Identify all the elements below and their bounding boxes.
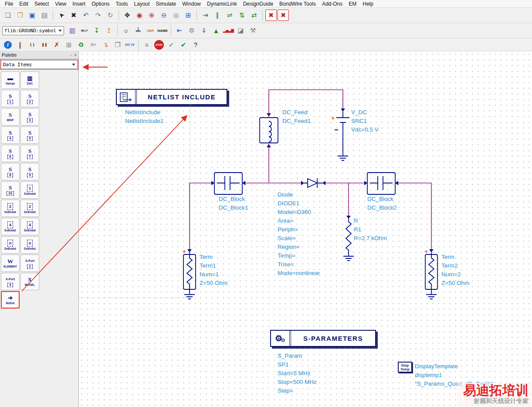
s-param-label[interactable]: S_Param SP1 Start=5 MHz Stop=500 MHz Ste… <box>278 352 317 395</box>
palette-item-deembed4b[interactable]: 4DeEmbd <box>20 218 39 235</box>
settings-gear-icon[interactable]: ⚙ <box>186 25 197 36</box>
new-file-icon[interactable]: ❏ <box>2 10 14 21</box>
check-design-icon[interactable]: ✓ <box>166 39 177 51</box>
palette-toggle-icon[interactable]: ↥ <box>103 25 115 36</box>
term1-label[interactable]: Term Term1 Num=1 Z=50 Ohm <box>200 253 227 288</box>
insert-wire-icon[interactable]: ⇥ <box>200 10 211 21</box>
menu-window[interactable]: Window <box>179 1 204 7</box>
dc-feed-label[interactable]: DC_Feed DC_Feed1 <box>282 108 311 125</box>
port-symbol-icon[interactable]: ○ <box>120 25 132 36</box>
delete-icon[interactable]: ✖ <box>68 10 79 21</box>
port-multi-icon[interactable]: ❚❚ <box>39 39 50 51</box>
delete-item-icon[interactable]: ✗ <box>51 39 62 51</box>
s-parameters-block[interactable]: ⚙ ⚙ S-PARAMETERS <box>270 330 376 347</box>
menu-layout[interactable]: Layout <box>131 1 153 7</box>
netlist-include-block[interactable]: NETLIST INCLUDE <box>116 89 227 105</box>
zoom-in-icon[interactable]: ⊕ <box>146 10 157 21</box>
probe-icon[interactable]: ✄ <box>88 39 99 51</box>
menu-select[interactable]: Select <box>31 1 52 7</box>
menu-edit[interactable]: Edit <box>16 1 31 7</box>
deactivate-icon[interactable]: ✖ <box>265 10 277 21</box>
simulate-icon[interactable]: ▲ <box>210 25 222 36</box>
push-hierarchy-icon[interactable]: ↴ <box>100 39 111 51</box>
wire-label-icon[interactable]: NAME <box>157 25 168 36</box>
port-1-icon[interactable]: ❙ <box>14 39 26 51</box>
palette-item-deembed4a[interactable]: 4DeEmbd <box>1 218 20 235</box>
menu-em[interactable]: EM <box>346 1 359 7</box>
palette-item-s4[interactable]: S4 <box>1 126 20 144</box>
palette-item-s7[interactable]: S7 <box>20 145 39 162</box>
palette-item-deembed1[interactable]: 1DeEmbd <box>20 181 39 199</box>
insert-pin-icon[interactable]: ∥ <box>212 10 223 21</box>
package-icon[interactable]: ⊞ <box>63 39 75 51</box>
save-icon[interactable]: ▣ <box>27 10 38 21</box>
zoom-area-icon[interactable]: ◉ <box>134 10 145 21</box>
move-icon[interactable]: ✥ <box>122 10 133 21</box>
palette-item-s6[interactable]: S6 <box>1 145 20 162</box>
zoom-fit-icon[interactable]: ⊞ <box>183 10 194 21</box>
menu-addons[interactable]: Add-Ons <box>319 1 346 7</box>
ground-symbol-icon[interactable]: ╧ <box>132 25 144 36</box>
menu-options[interactable]: Options <box>88 1 112 7</box>
palette-item-dac[interactable]: ▥DAC <box>20 71 39 89</box>
netlist-doc-icon[interactable]: ≡ <box>141 39 152 51</box>
term2-label[interactable]: Term Term2 Num=2 Z=50 Ohm <box>441 253 469 288</box>
palette-item-s1[interactable]: S1 <box>1 90 20 107</box>
wire-route-icon[interactable]: ⇌ <box>224 10 235 21</box>
netlist-include-label[interactable]: NetlistInclude NetlistInclude1 <box>125 108 164 125</box>
palette-item-s2p-mdif[interactable]: SMDIF <box>1 108 20 125</box>
library-browser-icon[interactable]: ▥ <box>67 25 78 36</box>
var-icon[interactable]: VAR <box>145 25 156 36</box>
menu-bondwire-tools[interactable]: BondWire Tools <box>276 1 319 7</box>
palette-item-deembedna[interactable]: nDeEmbd <box>1 236 20 254</box>
zoom-prev-icon[interactable]: ◎ <box>170 10 182 21</box>
pin-icon[interactable]: ⇤ <box>174 25 185 36</box>
data-display-icon[interactable]: ◪ <box>235 25 247 36</box>
info-icon[interactable]: i <box>2 39 14 51</box>
resistor-label[interactable]: R R1 R=2.7 kOhm <box>354 217 387 243</box>
palette-item-s9[interactable]: S9 <box>20 163 39 180</box>
open-folder-icon[interactable]: ❐ <box>14 10 26 21</box>
palette-category-dropdown[interactable]: Data Items <box>1 60 78 69</box>
menu-help[interactable]: Help <box>359 1 376 7</box>
print-icon[interactable]: ▤ <box>39 10 50 21</box>
menu-dynamiclink[interactable]: DynamicLink <box>204 1 240 7</box>
palette-item-vareqn[interactable]: ▬Vareqn <box>1 71 20 89</box>
dc-iv-icon[interactable]: DC IV <box>124 39 136 51</box>
palette-item-netlist[interactable]: ➔Netlist <box>1 291 20 309</box>
spectrum-icon[interactable]: ▂▅▃▇ <box>223 25 234 36</box>
undo-icon[interactable]: ↶ <box>80 10 91 21</box>
menu-designguide[interactable]: DesignGuide <box>240 1 276 7</box>
palette-item-deembed2a[interactable]: 2DeEmbd <box>1 200 20 217</box>
dc-block2-label[interactable]: DC_Block DC_Block2 <box>367 195 397 212</box>
palette-item-xport3[interactable]: X-Port3 <box>1 273 20 290</box>
tune-icon[interactable]: ⚒ <box>247 25 259 36</box>
stop-icon[interactable]: STOP <box>153 39 165 51</box>
menu-view[interactable]: View <box>52 1 69 7</box>
v-dc-label[interactable]: V_DC SRC1 Vdc=0.5 V <box>351 108 379 134</box>
repeat-icon[interactable]: ↻ <box>105 10 116 21</box>
menu-simulate[interactable]: Simulate <box>153 1 180 7</box>
port-down-icon[interactable]: ⇓ <box>198 25 210 36</box>
palette-item-xport2[interactable]: X-Port2 <box>20 254 39 272</box>
palette-item-w-element[interactable]: WELEMENT <box>1 254 20 272</box>
palette-item-s3[interactable]: S3 <box>20 108 39 125</box>
palette-item-x-model[interactable]: XMODEL <box>20 273 39 290</box>
menu-tools[interactable]: Tools <box>113 1 131 7</box>
menu-insert[interactable]: Insert <box>69 1 88 7</box>
wire-swap-icon[interactable]: ⇄ <box>248 10 260 21</box>
palette-item-s2[interactable]: S2 <box>20 90 39 107</box>
refresh-design-icon[interactable]: ♻ <box>75 39 87 51</box>
palette-item-s8[interactable]: S8 <box>1 163 20 180</box>
port-2-icon[interactable]: ❙❙ <box>27 39 38 51</box>
menu-file[interactable]: File <box>2 1 16 7</box>
dc-block1-label[interactable]: DC_Block DC_Block1 <box>219 195 248 212</box>
copy-window-icon[interactable]: ❐ <box>112 39 123 51</box>
close-icon[interactable]: × <box>74 53 77 58</box>
context-help-icon[interactable]: ? <box>190 39 201 51</box>
palette-item-s10[interactable]: S10 <box>1 181 20 199</box>
component-combo[interactable]: flib:GROUND:symbol <box>2 26 64 35</box>
deactivate-pin-icon[interactable]: ✖ <box>278 10 289 21</box>
zoom-out-icon[interactable]: ⊖ <box>158 10 169 21</box>
palette-item-s5[interactable]: S5 <box>20 126 39 144</box>
